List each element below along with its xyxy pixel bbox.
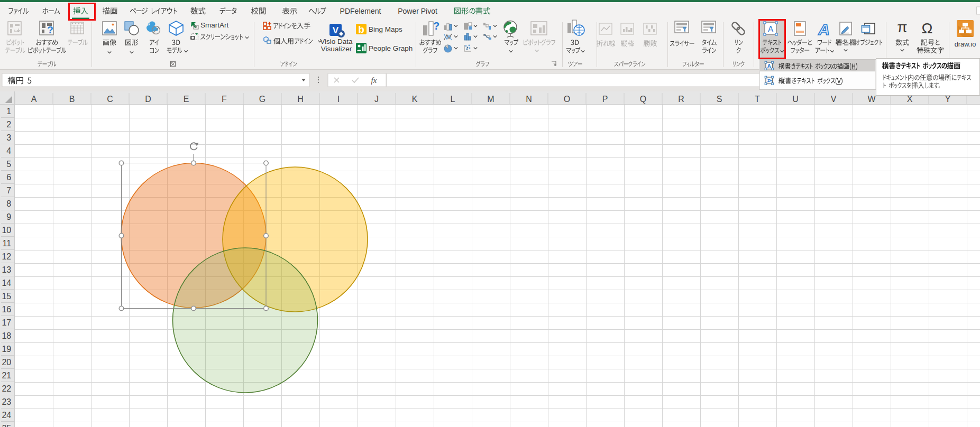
svg-text:F: F xyxy=(222,95,227,104)
svg-text:R: R xyxy=(678,95,684,104)
svg-text:25: 25 xyxy=(2,424,11,427)
svg-text:12: 12 xyxy=(2,252,11,261)
svg-text:24: 24 xyxy=(2,411,11,420)
svg-text:20: 20 xyxy=(2,358,11,367)
svg-text:?: ? xyxy=(47,24,53,35)
svg-text:A: A xyxy=(818,21,830,38)
svg-text:?: ? xyxy=(433,20,439,32)
svg-text:A: A xyxy=(767,63,772,69)
svg-text:11: 11 xyxy=(3,239,12,248)
svg-text:19: 19 xyxy=(2,345,11,354)
svg-text:π: π xyxy=(897,19,907,35)
svg-text:21: 21 xyxy=(2,371,11,380)
svg-text:9: 9 xyxy=(6,212,11,221)
svg-text:D: D xyxy=(145,95,151,104)
svg-text:L: L xyxy=(451,95,455,104)
svg-text:14: 14 xyxy=(2,279,11,287)
svg-text:A: A xyxy=(31,95,37,104)
svg-text:V: V xyxy=(831,95,837,104)
svg-text:7: 7 xyxy=(6,186,11,195)
svg-text:6: 6 xyxy=(6,173,11,182)
svg-text:3: 3 xyxy=(6,133,11,142)
svg-text:P: P xyxy=(602,95,608,104)
svg-text:16: 16 xyxy=(2,305,11,314)
svg-text:18: 18 xyxy=(2,331,11,340)
svg-text:23: 23 xyxy=(2,397,11,406)
svg-text:I: I xyxy=(337,95,340,104)
svg-text:S: S xyxy=(717,95,722,104)
svg-text:A: A xyxy=(766,79,773,83)
svg-text:N: N xyxy=(526,95,532,104)
svg-text:2: 2 xyxy=(6,120,11,129)
svg-text:W: W xyxy=(867,95,876,104)
svg-text:X: X xyxy=(907,95,913,104)
svg-text:A: A xyxy=(768,25,774,34)
svg-text:PDFelement: PDFelement xyxy=(340,7,381,15)
svg-text:M: M xyxy=(487,95,494,104)
svg-text:5: 5 xyxy=(6,160,11,169)
svg-text:B: B xyxy=(69,95,75,104)
svg-text:Power Pivot: Power Pivot xyxy=(398,7,437,15)
svg-text:Visualizer: Visualizer xyxy=(321,45,352,53)
svg-text:People Graph: People Graph xyxy=(369,44,413,52)
svg-text:G: G xyxy=(259,95,265,104)
svg-text:15: 15 xyxy=(2,292,11,301)
svg-text:Bing Maps: Bing Maps xyxy=(369,25,402,33)
svg-text:SmartArt: SmartArt xyxy=(200,21,229,29)
svg-text:10: 10 xyxy=(2,226,11,235)
svg-text:H: H xyxy=(297,95,304,104)
svg-text:C: C xyxy=(107,95,113,104)
svg-text:K: K xyxy=(412,95,418,104)
svg-text:4: 4 xyxy=(6,146,11,155)
svg-text:draw.io: draw.io xyxy=(955,40,976,48)
svg-text:Y: Y xyxy=(945,95,951,104)
svg-text:1: 1 xyxy=(6,107,11,116)
svg-text:E: E xyxy=(184,95,189,104)
svg-text:Ω: Ω xyxy=(922,20,933,36)
svg-text:22: 22 xyxy=(2,384,11,393)
svg-text:fx: fx xyxy=(371,76,377,85)
svg-text:J: J xyxy=(374,95,379,104)
svg-text:17: 17 xyxy=(2,318,11,327)
svg-text:b: b xyxy=(358,24,364,35)
svg-text:Q: Q xyxy=(640,95,646,104)
svg-text:13: 13 xyxy=(2,265,11,274)
svg-text:T: T xyxy=(755,95,760,104)
svg-text:8: 8 xyxy=(6,199,11,208)
svg-text:U: U xyxy=(792,95,799,104)
svg-text:O: O xyxy=(564,95,570,104)
